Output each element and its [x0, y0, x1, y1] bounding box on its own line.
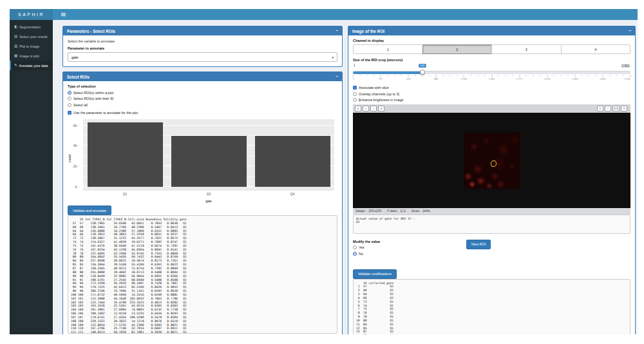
- radio-icon[interactable]: [353, 245, 357, 249]
- sidebar-item-segmentation[interactable]: ◧Segmentation: [10, 22, 53, 32]
- slider-max-label: 2,961: [621, 64, 630, 68]
- slider-grid-tick: [533, 75, 534, 76]
- bar-Q1[interactable]: [88, 122, 163, 187]
- associate-slice-option[interactable]: ✓ Associate with slice: [353, 86, 630, 90]
- slider-grid-label: 2,961: [624, 78, 630, 81]
- x-axis-ticks: Q1Q3Q4: [83, 193, 334, 197]
- roi-crop-slider[interactable]: 1 2,961 740 12975938891,1851,4811,7772,0…: [353, 64, 630, 81]
- modify-value-option-label: Yes: [359, 245, 365, 249]
- channel-button-3[interactable]: 3: [491, 44, 562, 54]
- image-viewer[interactable]: [353, 113, 630, 208]
- bar-Q4[interactable]: [255, 136, 330, 187]
- radio-icon[interactable]: [68, 97, 71, 100]
- x-tick-label: Q4: [290, 193, 294, 196]
- radio-icon[interactable]: [353, 252, 357, 256]
- close-viewer-icon[interactable]: ×: [621, 106, 627, 111]
- validate-modifications-button[interactable]: Validate modifications: [353, 269, 397, 279]
- slider-grid-tick: [498, 75, 499, 76]
- sidebar-toggle-icon[interactable]: [61, 13, 66, 17]
- selection-type-option-select-all[interactable]: Select all: [68, 103, 337, 107]
- slider-grid-tick: [436, 75, 437, 77]
- viewer-status-bar: Image: 255x255 Frame: 1/1 Zoom: 100%: [353, 208, 630, 215]
- sidebar-item-image-to-plot[interactable]: ▦Image to plot: [10, 51, 53, 61]
- slider-grid-tick: [609, 75, 610, 76]
- top-navbar: [53, 9, 638, 20]
- channel-button-2[interactable]: 2: [422, 44, 493, 54]
- parameter-select[interactable]: gate ▾: [68, 52, 337, 62]
- image-toolbar: « ‹ › » + − 1:1 ×: [353, 104, 630, 113]
- roi-image-panel: Image of the ROI − Channel to display 12…: [348, 26, 636, 334]
- collapse-icon[interactable]: −: [336, 30, 338, 32]
- slider-grid-tick: [381, 75, 381, 77]
- slider-grid-label: 2,665: [600, 78, 606, 81]
- slider-grid-label: 1,481: [489, 78, 495, 81]
- slider-grid-tick: [512, 75, 513, 76]
- radio-icon[interactable]: [68, 103, 71, 107]
- validate-annotate-button[interactable]: Validate and annotate: [68, 205, 111, 215]
- collapse-icon[interactable]: −: [629, 30, 631, 32]
- corrected-gate-table[interactable]: ID corrected_gate 1 57 Q1 2 60 Q1 3 64 Q…: [353, 279, 630, 335]
- selection-type-option-label: Select ROI(s) with their ID: [73, 97, 113, 100]
- params-panel: Parameters - Select ROIs − Select the va…: [62, 26, 343, 67]
- app-header: SAPHIR: [10, 9, 638, 20]
- select-rois-panel: Select ROIs − Type of selection Select R…: [62, 72, 343, 334]
- checkbox-icon[interactable]: ✓: [353, 86, 357, 90]
- slider-grid-tick: [491, 75, 492, 77]
- modify-value-option-no[interactable]: No: [353, 252, 466, 256]
- app-logo[interactable]: SAPHIR: [10, 9, 53, 20]
- slider-grid-tick: [422, 75, 422, 76]
- channel-button-4[interactable]: 4: [561, 44, 631, 54]
- slider-grid-tick: [540, 75, 540, 76]
- sidebar-item-plot-to-image[interactable]: ▥Plot to image: [10, 41, 53, 51]
- chart-plot[interactable]: [83, 119, 334, 191]
- selection-type-option-select-roi-s-with-their-id[interactable]: Select ROI(s) with their ID: [68, 97, 337, 100]
- checkbox-icon[interactable]: ✓: [68, 111, 71, 115]
- slider-grid-label: 889: [434, 78, 438, 81]
- selection-type-option-label: Select ROI(s) within a plot: [73, 91, 113, 95]
- radio-icon[interactable]: [353, 98, 357, 102]
- slider-grid-tick: [394, 75, 395, 76]
- roi-micrograph[interactable]: [464, 133, 520, 189]
- channel-button-1[interactable]: 1: [353, 44, 423, 54]
- roi-value-infobox: Actual value of gate for ROI 57 :Q1: [353, 215, 630, 234]
- sidebar-item-label: Annotate your data: [19, 64, 48, 68]
- zoom-in-button[interactable]: +: [597, 106, 603, 111]
- bar-Q3[interactable]: [171, 136, 247, 187]
- channel-label: Channel to display: [353, 39, 630, 43]
- zoom-out-button[interactable]: −: [605, 106, 611, 111]
- slider-grid-label: 1,777: [516, 78, 523, 81]
- overlay-channels-option[interactable]: Overlay channels (up to 3): [353, 92, 630, 96]
- first-frame-button[interactable]: «: [355, 106, 361, 111]
- enhance-brightness-option[interactable]: Enhance brightness in image: [353, 98, 630, 102]
- slider-grid-tick: [359, 75, 360, 76]
- selection-type-label: Type of selection: [68, 84, 337, 88]
- slider-grid-label: 1: [353, 78, 354, 81]
- zoom-reset-button[interactable]: 1:1: [612, 106, 620, 111]
- slider-grid-tick: [574, 75, 575, 77]
- roi-data-table[interactable]: ID Int_TYPE1_N Int_TYPE2_N Cell.area Rou…: [68, 215, 337, 334]
- sidebar-item-label: Segmentation: [19, 25, 41, 29]
- use-param-option[interactable]: ✓ Use the parameter to annotate for the …: [68, 111, 337, 115]
- radio-icon[interactable]: [68, 91, 71, 95]
- radio-icon[interactable]: [353, 92, 357, 96]
- slider-grid-tick: [450, 75, 450, 76]
- parameter-label: Parameter to annotate: [68, 46, 337, 50]
- associate-slice-label: Associate with slice: [359, 86, 389, 90]
- sidebar-item-select-your-results[interactable]: ▤Select your results: [10, 32, 53, 41]
- last-frame-button[interactable]: »: [378, 106, 384, 111]
- modify-value-option-yes[interactable]: Yes: [353, 245, 466, 249]
- slider-grid-tick: [429, 75, 430, 76]
- slider-grid-tick: [464, 75, 464, 77]
- next-roi-button[interactable]: Next ROI: [466, 240, 491, 249]
- crop-size-label: Size of the ROI crop (microns): [353, 58, 630, 62]
- sidebar-item-annotate-your-data[interactable]: ✎Annotate your data: [10, 61, 53, 70]
- previous-frame-button[interactable]: ‹: [363, 106, 369, 111]
- y-tick-label: 20 -: [73, 165, 79, 168]
- parameter-select-value: gate: [71, 55, 79, 59]
- selection-type-option-select-roi-s-within-a-plot[interactable]: Select ROI(s) within a plot: [68, 91, 337, 95]
- collapse-icon[interactable]: −: [336, 75, 338, 78]
- slider-handle[interactable]: [420, 70, 425, 75]
- bar-chart[interactable]: count 0 -20 -40 -60 - Q1Q3Q4 gate: [68, 118, 337, 203]
- next-frame-button[interactable]: ›: [370, 106, 377, 111]
- slider-track[interactable]: [353, 71, 630, 74]
